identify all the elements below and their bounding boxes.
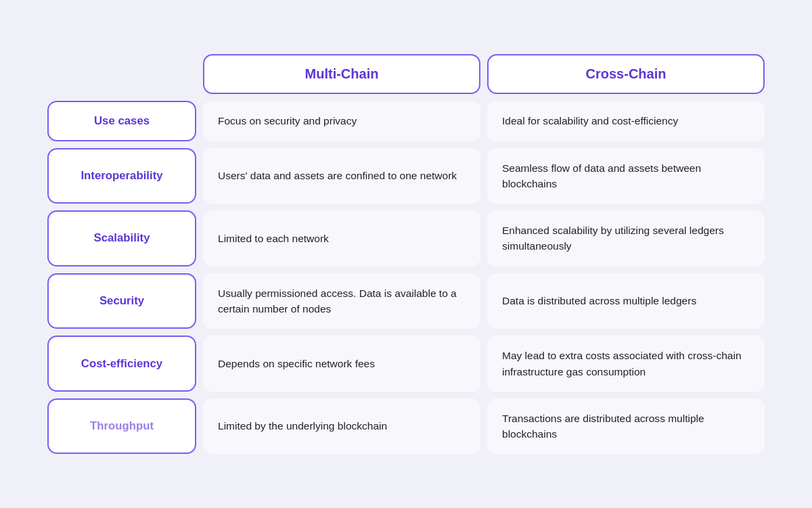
comparison-table: Multi-Chain Cross-Chain Use cases Focus … (34, 34, 778, 475)
row-label-scalability: Scalability (47, 210, 196, 267)
row-label-use-cases: Use cases (47, 101, 196, 141)
header-empty-cell (47, 54, 196, 94)
cell-throughput-crosschain: Transactions are distributed across mult… (487, 398, 765, 455)
cell-usecases-crosschain: Ideal for scalability and cost-efficienc… (487, 101, 765, 141)
cell-security-multichain: Usually permissioned access. Data is ava… (203, 273, 480, 329)
cell-interop-crosschain: Seamless flow of data and assets between… (487, 148, 765, 204)
row-label-throughput: Throughput (47, 398, 196, 455)
row-label-cost-efficiency: Cost-efficiency (47, 336, 196, 392)
cell-interop-multichain: Users' data and assets are confined to o… (203, 148, 480, 204)
cell-throughput-multichain: Limited by the underlying blockchain (203, 398, 480, 455)
cell-scalability-crosschain: Enhanced scalability by utilizing severa… (487, 210, 765, 267)
row-label-security: Security (47, 273, 196, 329)
cell-cost-crosschain: May lead to extra costs associated with … (487, 336, 765, 392)
grid-layout: Multi-Chain Cross-Chain Use cases Focus … (47, 54, 765, 455)
cell-security-crosschain: Data is distributed across multiple ledg… (487, 273, 765, 329)
row-label-interoperability: Interoperability (47, 148, 196, 204)
cell-usecases-multichain: Focus on security and privacy (203, 101, 480, 141)
cell-cost-multichain: Depends on specific network fees (203, 336, 480, 392)
cell-scalability-multichain: Limited to each network (203, 210, 480, 267)
header-multichain: Multi-Chain (203, 54, 480, 94)
header-crosschain: Cross-Chain (487, 54, 765, 94)
